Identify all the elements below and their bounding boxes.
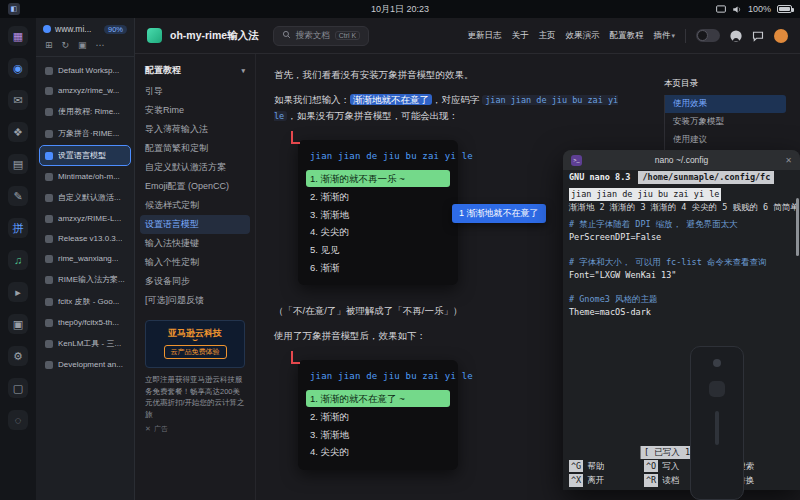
sidebar-item-feedback[interactable]: [可选]问题反馈 xyxy=(140,291,250,310)
ad-text[interactable]: 立即注册获得亚马逊云科技服务免费套餐！畅享高达200美元优惠折扣/开始您的云计算… xyxy=(145,374,245,421)
mail-icon[interactable]: ✉ xyxy=(8,90,28,110)
address-display[interactable]: www.mi... 90% xyxy=(36,18,134,37)
browser-tab[interactable]: 自定义默认激活... xyxy=(40,188,130,207)
nav-changelog[interactable]: 更新日志 xyxy=(467,30,501,42)
phone-mirror-window[interactable] xyxy=(690,346,744,500)
browser-vertical-tab-panel: www.mi... 90% ⊞ ↻ ▣ ⋯ Default Worksp... … xyxy=(36,18,135,500)
theme-toggle[interactable] xyxy=(696,29,720,42)
editor-icon[interactable]: ✎ xyxy=(8,186,28,206)
chat-icon[interactable] xyxy=(752,30,764,42)
photos-icon[interactable]: ▣ xyxy=(8,314,28,334)
close-icon[interactable]: ✕ xyxy=(145,425,151,433)
browser-tab[interactable]: Mintimate/oh-m... xyxy=(40,168,130,185)
zoom-level-badge[interactable]: 90% xyxy=(104,25,127,34)
browser-tab[interactable]: rime_wanxiang... xyxy=(40,250,130,267)
sidebar-item-sync[interactable]: 多设备同步 xyxy=(140,272,250,291)
terminal-icon[interactable]: ▸ xyxy=(8,282,28,302)
terminal-titlebar[interactable]: >_ nano ~/.config ✕ xyxy=(563,150,800,170)
screen-cast-icon[interactable] xyxy=(716,5,726,13)
phone-app-icon xyxy=(709,381,725,397)
sidebar-item-style[interactable]: 候选样式定制 xyxy=(140,196,250,215)
more-icon[interactable]: ⋯ xyxy=(96,40,105,50)
browser-tab[interactable]: 万象拼音·RIME... xyxy=(40,124,130,143)
nav-config-guide[interactable]: 配置教程 xyxy=(609,30,643,42)
nav-home[interactable]: 主页 xyxy=(538,30,555,42)
site-title[interactable]: oh-my-rime输入法 xyxy=(170,29,259,43)
system-tray[interactable]: 100% xyxy=(716,4,792,14)
docs-sidebar: 配置教程▾ 引导 安装Rime 导入薄荷输入法 配置简繁和定制 自定义默认激活方… xyxy=(135,54,256,500)
tab-favicon xyxy=(45,173,53,181)
address-domain: www.mi... xyxy=(55,24,91,34)
ad-block: 亚马逊云科技⌣ 云产品免费体验 立即注册获得亚马逊云科技服务免费套餐！畅享高达2… xyxy=(145,320,245,434)
terminal-line: Theme=macOS-dark xyxy=(563,306,800,319)
outline-title: 本页目录 xyxy=(664,78,786,90)
monitor-icon[interactable]: ▢ xyxy=(8,378,28,398)
battery-icon xyxy=(777,5,792,13)
browser-tab-active[interactable]: 设置语言模型 xyxy=(40,146,130,165)
ime-candidate: 4. 尖尖的 xyxy=(310,223,446,241)
close-icon[interactable]: ✕ xyxy=(785,156,792,165)
browser-tab[interactable]: amzxyz/RIME-L... xyxy=(40,210,130,227)
sidebar-item-emoji[interactable]: Emoji配置 (OpenCC) xyxy=(140,177,250,196)
nav-about[interactable]: 关于 xyxy=(511,30,528,42)
clock[interactable]: 10月1日 20:23 xyxy=(371,3,429,16)
paragraph-2: 如果我们想输入：渐渐地就不在意了，对应码字 jian jian de jiu b… xyxy=(274,92,642,124)
tab-favicon xyxy=(45,108,53,116)
smile-arrow-icon: ⌣ xyxy=(168,338,222,341)
terminal-body[interactable]: GNU nano 8.3 /home/sunmaple/.config/fc j… xyxy=(563,170,800,490)
outline-item-suggestions[interactable]: 使用建议 xyxy=(665,131,786,149)
sidebar-item-import[interactable]: 导入薄荷输入法 xyxy=(140,120,250,139)
divider xyxy=(685,29,686,43)
terminal-scrollbar[interactable] xyxy=(796,198,799,256)
sidebar-item-personalize[interactable]: 输入个性定制 xyxy=(140,253,250,272)
browser-tab[interactable]: RIME输入法方案... xyxy=(40,270,130,289)
browser-tab[interactable]: KenLM工具 - 三... xyxy=(40,334,130,353)
browser-tab[interactable]: thep0y/fcitx5-th... xyxy=(40,314,130,331)
chat-icon[interactable]: ❖ xyxy=(8,122,28,142)
github-icon[interactable] xyxy=(730,30,742,42)
app-grid-icon[interactable]: ▦ xyxy=(8,26,28,46)
sidebar-item-language-model[interactable]: 设置语言模型 xyxy=(140,215,250,234)
ime-candidate-selected: 1. 渐渐的就不再一乐 ~ xyxy=(306,170,450,188)
outline-item-usage[interactable]: 使用效果 xyxy=(665,95,786,113)
terminal-window[interactable]: >_ nano ~/.config ✕ GNU nano 8.3 /home/s… xyxy=(563,150,800,490)
profile-avatar[interactable] xyxy=(774,29,788,43)
browser-tab[interactable]: amzxyz/rime_w... xyxy=(40,82,130,99)
ad-banner[interactable]: 亚马逊云科技⌣ 云产品免费体验 xyxy=(145,320,245,368)
browser-tab[interactable]: Default Worksp... xyxy=(40,62,130,79)
settings-icon[interactable]: ⚙ xyxy=(8,346,28,366)
files-icon[interactable]: ▤ xyxy=(8,154,28,174)
nav-demo[interactable]: 效果演示 xyxy=(565,30,599,42)
outline-item-install-model[interactable]: 安装万象模型 xyxy=(665,113,786,131)
tab-favicon xyxy=(45,298,53,306)
sidebar-item-hotkeys[interactable]: 输入法快捷键 xyxy=(140,234,250,253)
browser-tab[interactable]: Development an... xyxy=(40,356,130,373)
crop-mark-icon xyxy=(291,131,300,144)
sidebar-item-simplified[interactable]: 配置简繁和定制 xyxy=(140,139,250,158)
ime-candidate: 3. 渐渐地 xyxy=(310,426,446,444)
search-input[interactable]: 搜索文档 Ctrl K xyxy=(273,26,370,46)
panel-app-icon[interactable]: ◧ xyxy=(8,3,20,15)
ad-label[interactable]: ✕广告 xyxy=(145,424,245,434)
reload-icon[interactable]: ↻ xyxy=(62,40,70,50)
workspaces-icon[interactable]: ▣ xyxy=(78,40,87,50)
sidebar-section-title[interactable]: 配置教程▾ xyxy=(145,64,245,77)
terminal-title: nano ~/.config xyxy=(655,155,709,165)
sidebar-item-default-scheme[interactable]: 自定义默认激活方案 xyxy=(140,158,250,177)
browser-icon[interactable]: ◉ xyxy=(8,58,28,78)
site-logo[interactable] xyxy=(147,28,162,43)
fcitx-icon[interactable]: 拼 xyxy=(8,218,28,238)
browser-tab[interactable]: 使用教程: Rime... xyxy=(40,102,130,121)
browser-tab[interactable]: Release v13.0.3... xyxy=(40,230,130,247)
sidebar-item-guide[interactable]: 引导 xyxy=(140,82,250,101)
tab-favicon xyxy=(45,255,53,263)
sidebar-item-install-rime[interactable]: 安装Rime xyxy=(140,101,250,120)
nano-version: GNU nano 8.3 xyxy=(569,171,630,184)
nav-plugins-dropdown[interactable]: 插件▾ xyxy=(653,30,675,42)
volume-icon[interactable] xyxy=(732,5,742,14)
music-icon[interactable]: ♫ xyxy=(8,250,28,270)
ad-cta-button[interactable]: 云产品免费体验 xyxy=(164,345,227,359)
browser-tab[interactable]: fcitx 皮肤 - Goo... xyxy=(40,292,130,311)
trash-icon[interactable]: ◌ xyxy=(8,410,28,430)
new-tab-icon[interactable]: ⊞ xyxy=(45,40,53,50)
